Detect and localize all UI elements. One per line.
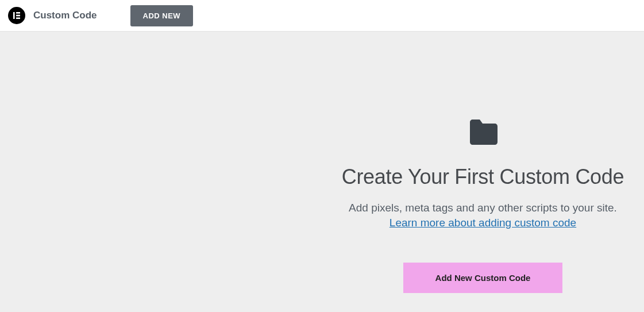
elementor-logo-icon [8,7,25,24]
svg-rect-2 [16,15,20,17]
add-new-button[interactable]: ADD NEW [130,5,194,26]
empty-state: Create Your First Custom Code Add pixels… [322,118,644,293]
page-header: Custom Code ADD NEW [0,0,644,32]
empty-state-description: Add pixels, meta tags and any other scri… [327,202,638,214]
svg-rect-3 [16,17,20,19]
svg-rect-1 [16,12,20,14]
main-content: Create Your First Custom Code Add pixels… [0,32,644,312]
page-title: Custom Code [33,10,97,21]
svg-rect-0 [13,12,15,19]
add-new-custom-code-button[interactable]: Add New Custom Code [403,263,563,293]
learn-more-link[interactable]: Learn more about adding custom code [390,217,576,229]
folder-icon [467,118,499,149]
empty-state-heading: Create Your First Custom Code [327,165,638,189]
